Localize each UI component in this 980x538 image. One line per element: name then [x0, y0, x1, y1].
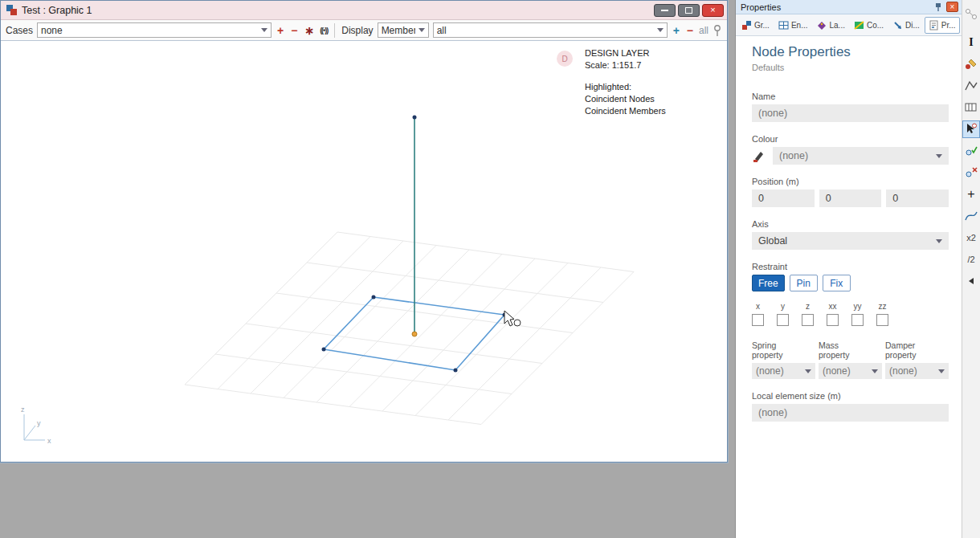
node-delete-icon[interactable] [963, 165, 979, 181]
panel-close-button[interactable]: × [946, 2, 958, 12]
position-x-input[interactable]: 0 [752, 190, 815, 207]
labels-icon [816, 20, 827, 31]
close-button[interactable]: × [702, 4, 724, 17]
mass-property-select[interactable]: (none) [819, 363, 882, 379]
restraint-label: Restraint [752, 262, 949, 271]
name-label: Name [752, 92, 949, 101]
grid-plane [185, 232, 634, 425]
polyline-tool-icon[interactable] [963, 78, 979, 94]
main-window: Test : Graphic 1 × Cases none + − ∗ ((•)… [0, 0, 728, 463]
scale-label: Scale: 1:151.7 [585, 59, 666, 71]
display-entity-select[interactable]: Members [378, 22, 429, 38]
remove-display-button[interactable]: − [685, 25, 695, 36]
scale-x2-button[interactable]: x2 [963, 230, 979, 246]
link-nodes-icon[interactable] [963, 6, 979, 22]
tab-labels[interactable]: La... [812, 17, 848, 34]
position-label: Position (m) [752, 177, 949, 186]
highlighted-item: Coincident Nodes [585, 93, 666, 105]
position-z-input[interactable]: 0 [886, 190, 949, 207]
restraint-fix-button[interactable]: Fix [823, 275, 851, 291]
graphics-viewport[interactable]: z y x D DESIGN LAYER Scale: 1:151.7 High… [1, 41, 727, 462]
titlebar[interactable]: Test : Graphic 1 × [1, 1, 727, 20]
dof-checkbox-group: x y z xx yy zz [752, 302, 949, 326]
filmstrip-icon[interactable] [963, 100, 979, 116]
analysis-case-icon[interactable]: ∗ [303, 25, 316, 36]
spring-property-select[interactable]: (none) [752, 363, 815, 379]
remove-case-button[interactable]: − [289, 25, 299, 36]
design-layer-badge: D [557, 51, 573, 67]
dof-z-label: z [806, 302, 810, 311]
scale-half-button[interactable]: /2 [963, 251, 979, 267]
desktop: { "window": { "title": "Test : Graphic 1… [0, 0, 980, 538]
tab-graphic-settings[interactable]: Gr... [737, 17, 774, 34]
chevron-down-icon [938, 369, 945, 373]
graphic-settings-icon [741, 20, 752, 31]
crosshair-plus-icon[interactable]: + [963, 186, 979, 202]
i-section-icon[interactable]: I [963, 35, 979, 51]
mass-property-label: Mass property [819, 340, 868, 360]
select-node-tool-icon[interactable] [963, 121, 979, 137]
chevron-down-icon [936, 154, 942, 158]
pin-settings-icon[interactable] [713, 24, 722, 37]
dof-x-checkbox[interactable] [752, 314, 764, 326]
tab-colours[interactable]: Co... [850, 17, 888, 34]
minimize-button[interactable] [654, 4, 676, 17]
axis-select[interactable]: Global [752, 232, 949, 250]
dof-z-checkbox[interactable] [802, 314, 814, 326]
display-filter-select[interactable]: all [433, 22, 668, 38]
tab-properties[interactable]: Pr... [925, 17, 960, 34]
chevron-down-icon [936, 239, 942, 243]
auto-hide-pin-button[interactable] [932, 2, 944, 12]
dof-yy-label: yy [854, 302, 862, 311]
name-input[interactable]: (none) [752, 104, 949, 122]
cases-toolbar: Cases none + − ∗ ((•)) Display Members a… [1, 20, 727, 41]
colour-select[interactable]: (none) [773, 147, 949, 165]
envelope-case-icon[interactable]: ((•)) [320, 26, 328, 35]
sculpt-toolbar: I + [962, 0, 980, 538]
dof-xx-checkbox[interactable] [827, 314, 839, 326]
spring-property-label: Spring property [752, 340, 802, 360]
window-title: Test : Graphic 1 [22, 5, 651, 16]
form-heading: Node Properties [752, 44, 949, 60]
properties-header[interactable]: Properties × [736, 0, 962, 14]
origin-node-highlight[interactable] [412, 332, 417, 336]
highlighted-title: Highlighted: [585, 81, 666, 93]
damper-property-select[interactable]: (none) [885, 363, 949, 379]
properties-icon [929, 20, 939, 31]
cases-label: Cases [6, 25, 33, 36]
chevron-down-icon [261, 28, 267, 32]
restraint-pin-button[interactable]: Pin [790, 275, 818, 291]
add-node-icon[interactable] [963, 56, 979, 72]
close-icon: × [710, 6, 715, 14]
axis-label: Axis [752, 219, 949, 229]
properties-title: Properties [741, 2, 929, 12]
dof-y-checkbox[interactable] [777, 314, 789, 326]
add-case-button[interactable]: + [276, 25, 285, 36]
axis-y-label: y [37, 419, 41, 427]
display-all-button[interactable]: all [699, 25, 708, 36]
maximize-icon [685, 7, 692, 14]
display-label: Display [341, 25, 373, 36]
tab-entities[interactable]: En... [774, 17, 812, 34]
add-display-button[interactable]: + [672, 25, 681, 36]
chevron-down-icon [657, 28, 664, 32]
axis-x-label: x [47, 437, 51, 445]
colour-picker-icon[interactable] [752, 149, 766, 163]
colour-label: Colour [752, 134, 949, 144]
dof-zz-checkbox[interactable] [876, 314, 888, 326]
node-properties-form: Node Properties Defaults Name (none) Col… [736, 36, 962, 422]
colours-icon [854, 20, 864, 31]
highlighted-item: Coincident Members [585, 105, 666, 117]
restraint-free-button[interactable]: Free [752, 275, 785, 291]
curve-tool-icon[interactable] [963, 208, 979, 224]
maximize-button[interactable] [678, 4, 700, 17]
collapse-strip-button[interactable] [963, 273, 979, 289]
tab-display[interactable]: Di... [888, 17, 924, 34]
node-check-icon[interactable] [963, 143, 979, 159]
local-element-size-input[interactable]: (none) [752, 404, 949, 422]
display-icon [892, 20, 903, 31]
position-y-input[interactable]: 0 [819, 190, 882, 207]
cases-select[interactable]: none [37, 22, 272, 38]
dof-y-label: y [781, 302, 785, 311]
dof-yy-checkbox[interactable] [851, 314, 864, 326]
